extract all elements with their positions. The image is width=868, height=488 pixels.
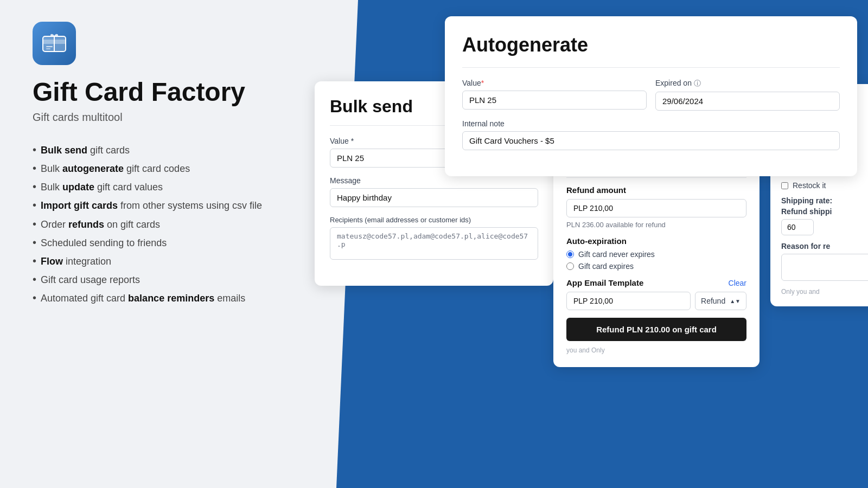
autogenerate-note-input[interactable] xyxy=(462,131,840,150)
bulk-recipients-input[interactable]: mateusz@code57.pl,adam@code57.pl,alice@c… xyxy=(330,227,538,260)
autogenerate-expired-label: Expired on ⓘ xyxy=(655,79,840,88)
clear-link[interactable]: Clear xyxy=(729,279,746,287)
restock-label: Restock it xyxy=(793,181,826,190)
feature-scheduled: Scheduled sending to friends xyxy=(33,234,271,252)
auto-expiration-title: Auto-expiration xyxy=(566,236,746,246)
app-subtitle: Gift cards multitool xyxy=(33,111,271,124)
refund-amount-title: Refund amount xyxy=(566,185,746,195)
radio-never-input[interactable] xyxy=(566,251,574,258)
shipping-section: Shipping rate: Refund shippi Reason for … xyxy=(781,196,868,282)
radio-expires[interactable]: Gift card expires xyxy=(566,262,746,271)
feature-flow: Flow integration xyxy=(33,252,271,271)
left-panel: Gift Card Factory Gift cards multitool B… xyxy=(0,0,304,488)
refund-button[interactable]: Refund PLN 210.00 on gift card xyxy=(566,318,746,341)
refund-type-label: Refund xyxy=(701,297,725,305)
bulk-message-group: Message xyxy=(330,176,538,207)
radio-group: Gift card never expires Gift card expire… xyxy=(566,250,746,271)
restock-row: Restock it xyxy=(781,181,868,190)
autogenerate-title: Autogenerate xyxy=(462,34,840,56)
email-template-input[interactable] xyxy=(566,292,691,310)
feature-update: Bulk update gift card values xyxy=(33,178,271,196)
feature-bulk-send: Bulk send gift cards xyxy=(33,141,271,159)
autogenerate-value-input[interactable] xyxy=(462,91,647,110)
email-template-input-row: Refund ▲▼ xyxy=(566,292,746,310)
app-icon xyxy=(33,22,76,65)
radio-never-expires[interactable]: Gift card never expires xyxy=(566,250,746,259)
shipping-rates-label: Shipping rate: xyxy=(781,196,868,205)
feature-import: Import gift cards from other systems usi… xyxy=(33,196,271,215)
restock-checkbox[interactable] xyxy=(781,182,788,189)
email-template-title: App Email Template xyxy=(566,278,643,287)
bulk-message-label: Message xyxy=(330,176,538,185)
only-you-text: you and Only xyxy=(566,346,746,354)
bulk-message-input[interactable] xyxy=(330,188,538,207)
autogenerate-value-group: Value* xyxy=(462,79,647,111)
svg-rect-4 xyxy=(46,48,50,49)
feature-reports: Gift card usage reports xyxy=(33,271,271,289)
feature-autogenerate: Bulk autogenerate gift card codes xyxy=(33,159,271,178)
autogenerate-expired-group: Expired on ⓘ xyxy=(655,79,840,111)
autogenerate-note-group: Internal note xyxy=(462,119,840,150)
feature-refunds: Order refunds on gift cards xyxy=(33,215,271,234)
radio-expires-label: Gift card expires xyxy=(578,262,634,271)
available-text: PLN 236.00 available for refund xyxy=(566,221,746,229)
reason-input[interactable] xyxy=(781,254,868,281)
email-template-header: App Email Template Clear xyxy=(566,278,746,287)
bulk-recipients-label: Recipients (email addresses or customer … xyxy=(330,216,538,224)
autogenerate-note-label: Internal note xyxy=(462,119,840,128)
autogenerate-value-label: Value* xyxy=(462,79,647,87)
refund-divider-1 xyxy=(566,177,746,178)
features-list: Bulk send gift cards Bulk autogenerate g… xyxy=(33,141,271,308)
shipping-input[interactable] xyxy=(781,219,814,235)
feature-reminders: Automated gift card balance reminders em… xyxy=(33,289,271,307)
autogenerate-expired-input[interactable] xyxy=(655,92,840,111)
refund-type-chevron: ▲▼ xyxy=(730,298,741,304)
refund-amount-input[interactable] xyxy=(566,199,746,217)
refund-shipping-label: Refund shippi xyxy=(781,207,868,216)
reason-label: Reason for re xyxy=(781,242,868,251)
radio-expires-input[interactable] xyxy=(566,262,574,270)
radio-never-label: Gift card never expires xyxy=(578,250,655,259)
refund-type-select[interactable]: Refund ▲▼ xyxy=(695,292,746,310)
order-only-you: Only you and xyxy=(781,288,868,296)
autogenerate-card: Autogenerate Value* Expired on ⓘ Interna… xyxy=(445,16,857,176)
app-title: Gift Card Factory xyxy=(33,78,271,107)
autogenerate-divider xyxy=(462,67,840,68)
bulk-recipients-group: Recipients (email addresses or customer … xyxy=(330,216,538,262)
svg-rect-3 xyxy=(46,46,53,47)
